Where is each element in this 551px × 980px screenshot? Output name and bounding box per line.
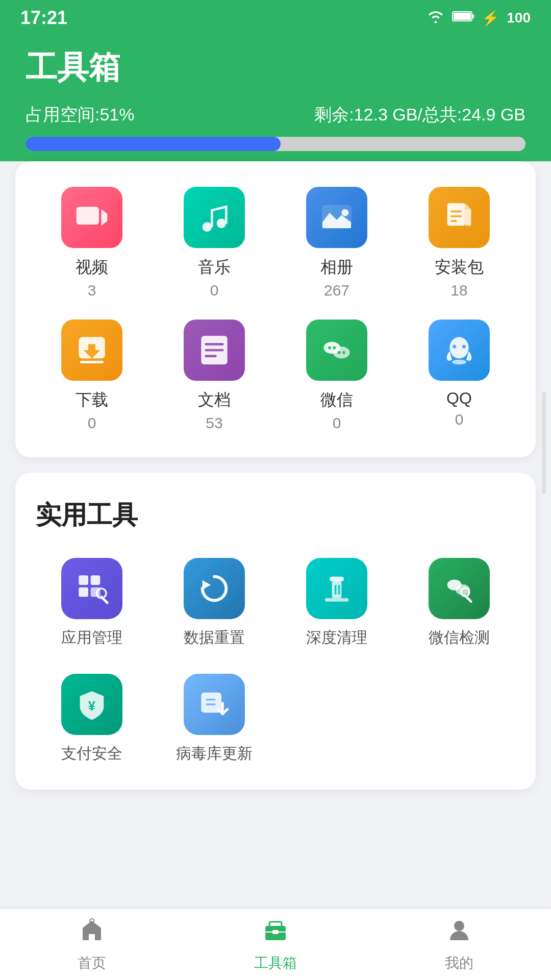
apk-label: 安装包 <box>435 256 484 279</box>
status-icons: ⚡ 100 <box>427 9 531 27</box>
file-item-download[interactable]: 下载 0 <box>36 320 148 432</box>
tools-card: 实用工具 应用管理 <box>15 473 536 790</box>
nav-item-home[interactable]: 首页 <box>0 917 184 973</box>
wechat-label: 微信 <box>320 389 353 411</box>
svg-marker-4 <box>102 209 108 226</box>
battery-icon <box>452 10 474 26</box>
bottom-nav: 首页 工具箱 我的 <box>0 909 551 980</box>
page-title: 工具箱 <box>26 46 525 89</box>
app-header: 工具箱 占用空间:51% 剩余:12.3 GB/总共:24.9 GB <box>0 36 551 177</box>
virusupdate-label: 病毒库更新 <box>176 743 253 764</box>
wxcheck-label: 微信检测 <box>429 627 490 648</box>
qq-icon <box>429 320 490 381</box>
docs-icon <box>184 320 245 381</box>
wifi-icon <box>427 9 445 27</box>
deepclean-icon <box>306 558 367 619</box>
paysafe-icon: ¥ <box>61 674 122 735</box>
photo-count: 267 <box>324 282 349 299</box>
wechat-icon <box>306 320 367 381</box>
datareset-icon <box>184 558 245 619</box>
battery-level: 100 <box>507 10 531 26</box>
files-grid: 视频 3 音乐 0 <box>36 187 515 432</box>
main-content: 视频 3 音乐 0 <box>0 161 551 871</box>
svg-point-8 <box>341 209 348 216</box>
svg-point-28 <box>449 337 468 358</box>
wxcheck-icon <box>429 558 490 619</box>
file-item-docs[interactable]: 文档 53 <box>158 320 270 432</box>
photo-icon <box>306 187 367 248</box>
svg-rect-9 <box>447 203 465 226</box>
svg-rect-38 <box>330 577 344 581</box>
storage-row: 占用空间:51% 剩余:12.3 GB/总共:24.9 GB <box>26 103 525 127</box>
storage-remaining-label: 剩余:12.3 GB/总共:24.9 GB <box>314 103 525 127</box>
svg-point-29 <box>452 360 466 364</box>
paysafe-label: 支付安全 <box>61 743 122 764</box>
nav-item-mine[interactable]: 我的 <box>367 917 551 973</box>
svg-rect-1 <box>472 14 474 18</box>
download-icon <box>61 320 122 381</box>
video-icon <box>61 187 122 248</box>
video-label: 视频 <box>76 256 108 279</box>
svg-point-30 <box>453 345 456 349</box>
svg-rect-53 <box>269 922 282 927</box>
scroll-indicator <box>542 392 546 494</box>
file-item-qq[interactable]: QQ 0 <box>403 320 515 432</box>
qq-label: QQ <box>446 389 472 408</box>
tool-virusupdate[interactable]: 病毒库更新 <box>158 674 270 764</box>
docs-count: 53 <box>206 414 222 432</box>
storage-progress-bg <box>26 137 525 151</box>
nav-item-toolbox[interactable]: 工具箱 <box>184 917 367 973</box>
svg-rect-55 <box>272 930 279 934</box>
photo-label: 相册 <box>320 256 353 279</box>
qq-count: 0 <box>455 411 464 428</box>
svg-rect-32 <box>79 575 88 585</box>
appmanage-label: 应用管理 <box>61 627 122 648</box>
virusupdate-icon <box>184 674 245 735</box>
svg-point-5 <box>203 222 212 232</box>
charge-icon: ⚡ <box>482 10 499 27</box>
svg-point-56 <box>454 921 464 931</box>
tool-wxcheck[interactable]: 微信检测 <box>403 558 515 648</box>
tool-deepclean[interactable]: 深度清理 <box>281 558 393 648</box>
file-item-apk[interactable]: 安装包 18 <box>403 187 515 299</box>
svg-point-31 <box>462 345 466 349</box>
download-count: 0 <box>88 414 96 432</box>
storage-progress-fill <box>26 137 281 151</box>
svg-point-26 <box>338 351 341 354</box>
mine-nav-icon <box>446 917 472 949</box>
home-nav-label: 首页 <box>78 953 106 973</box>
apk-icon <box>429 187 490 248</box>
download-label: 下载 <box>76 389 108 411</box>
svg-point-25 <box>333 346 336 349</box>
svg-rect-34 <box>91 575 101 585</box>
file-item-photo[interactable]: 相册 267 <box>281 187 393 299</box>
status-bar: 17:21 ⚡ 100 <box>0 0 551 36</box>
svg-rect-33 <box>79 587 88 597</box>
svg-rect-39 <box>332 581 342 598</box>
deepclean-label: 深度清理 <box>306 627 367 648</box>
svg-point-27 <box>342 351 345 354</box>
mine-nav-label: 我的 <box>445 953 473 973</box>
home-nav-icon <box>79 917 105 949</box>
svg-marker-10 <box>465 203 471 209</box>
svg-rect-2 <box>454 13 471 20</box>
svg-marker-37 <box>203 580 211 590</box>
tool-appmanage[interactable]: 应用管理 <box>36 558 148 648</box>
svg-text:¥: ¥ <box>88 699 96 713</box>
file-item-music[interactable]: 音乐 0 <box>158 187 270 299</box>
tool-datareset[interactable]: 数据重置 <box>158 558 270 648</box>
docs-label: 文档 <box>198 389 231 411</box>
svg-rect-11 <box>465 209 471 226</box>
svg-rect-3 <box>77 207 99 225</box>
svg-point-6 <box>217 218 227 228</box>
status-time: 17:21 <box>20 7 67 29</box>
music-label: 音乐 <box>198 256 231 279</box>
tools-grid: 应用管理 数据重置 <box>36 558 515 764</box>
tool-paysafe[interactable]: ¥ 支付安全 <box>36 674 148 764</box>
video-count: 3 <box>88 282 96 299</box>
storage-used-label: 占用空间:51% <box>26 103 135 127</box>
tools-section-title: 实用工具 <box>36 498 515 532</box>
file-item-video[interactable]: 视频 3 <box>36 187 148 299</box>
svg-rect-42 <box>325 598 349 602</box>
file-item-wechat[interactable]: 微信 0 <box>281 320 393 432</box>
